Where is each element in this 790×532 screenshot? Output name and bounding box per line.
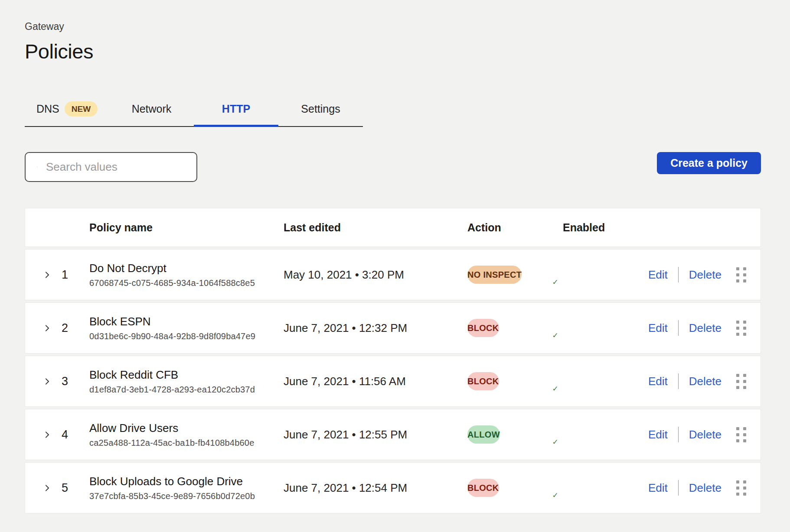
chevron-right-icon [42,377,52,386]
actions-divider [678,373,679,389]
gateway-policies-page: Gateway Policies DNS NEW Network HTTP Se… [0,0,790,513]
breadcrumb: Gateway [25,21,761,32]
drag-handle-icon[interactable] [736,321,746,336]
tab-http[interactable]: HTTP [194,95,278,126]
actions-divider [678,267,679,282]
new-badge: NEW [65,101,98,117]
drag-handle-icon[interactable] [736,427,746,442]
delete-link[interactable]: Delete [689,268,721,282]
row-actions: Edit Delete [648,267,736,282]
tab-http-label: HTTP [222,103,250,115]
table-row: 1 Do Not Decrypt 67068745-c075-4685-934a… [25,249,761,300]
action-cell: BLOCK [467,483,563,493]
page-title: Policies [25,39,761,63]
chevron-right-icon [42,324,52,333]
edit-link[interactable]: Edit [648,481,668,495]
policy-name: Block Reddit CFB [89,368,284,382]
expand-row-button[interactable] [42,430,62,439]
policy-name: Allow Drive Users [89,421,284,435]
delete-link[interactable]: Delete [689,428,721,441]
policy-name-cell: Do Not Decrypt 67068745-c075-4685-934a-1… [89,261,284,288]
policy-tabs: DNS NEW Network HTTP Settings [25,95,363,127]
delete-link[interactable]: Delete [689,481,721,495]
policy-name-cell: Block Reddit CFB d1ef8a7d-3eb1-4728-a293… [89,368,284,395]
row-priority: 3 [62,375,89,388]
row-priority: 4 [62,428,89,441]
edit-link[interactable]: Edit [648,428,668,441]
edit-link[interactable]: Edit [648,375,668,388]
tab-network[interactable]: Network [109,95,194,126]
edit-link[interactable]: Edit [648,268,668,282]
search-input[interactable] [45,160,196,174]
actions-divider [678,320,679,336]
check-icon: ✓ [549,383,561,395]
expand-row-button[interactable] [42,270,62,279]
policy-name-cell: Allow Drive Users ca25a488-112a-45ac-ba1… [89,421,284,448]
action-badge: BLOCK [467,319,499,337]
row-priority: 1 [62,268,89,282]
policy-name: Block Uploads to Google Drive [89,474,284,489]
tab-settings-label: Settings [301,103,340,115]
chevron-right-icon [42,430,52,439]
table-row: 3 Block Reddit CFB d1ef8a7d-3eb1-4728-a2… [25,356,761,407]
action-badge: BLOCK [467,372,499,390]
drag-handle-icon[interactable] [736,480,746,496]
expand-row-button[interactable] [42,324,62,333]
tab-dns-label: DNS [36,103,59,115]
action-cell: BLOCK [467,376,563,386]
table-header-row: Policy name Last edited Action Enabled [25,208,761,247]
action-cell: BLOCK [467,323,563,333]
policy-name: Block ESPN [89,315,284,329]
actions-divider [678,480,679,496]
row-actions: Edit Delete [648,480,736,496]
policy-name-cell: Block Uploads to Google Drive 37e7cbfa-8… [89,474,284,501]
table-row: 4 Allow Drive Users ca25a488-112a-45ac-b… [25,409,761,460]
policy-id: 37e7cbfa-85b3-45ce-9e89-7656b0d72e0b [89,491,284,501]
row-priority: 5 [62,481,89,495]
tab-settings[interactable]: Settings [278,95,363,126]
last-edited: May 10, 2021 • 3:20 PM [284,268,467,282]
check-icon: ✓ [549,276,561,288]
delete-link[interactable]: Delete [689,375,721,388]
row-actions: Edit Delete [648,373,736,389]
column-header-policy-name: Policy name [89,221,284,234]
last-edited: June 7, 2021 • 11:56 AM [284,375,467,388]
delete-link[interactable]: Delete [689,321,721,335]
expand-row-button[interactable] [42,377,62,386]
expand-row-button[interactable] [42,483,62,493]
column-header-action: Action [467,221,563,234]
action-cell: ALLOW [467,430,563,440]
check-icon: ✓ [549,330,561,341]
edit-link[interactable]: Edit [648,321,668,335]
check-icon: ✓ [549,436,561,448]
tab-dns[interactable]: DNS NEW [25,95,109,126]
row-actions: Edit Delete [648,320,736,336]
action-badge: BLOCK [467,479,499,497]
drag-handle-icon[interactable] [736,374,746,389]
create-policy-button[interactable]: Create a policy [657,152,761,174]
actions-divider [678,427,679,442]
policy-name-cell: Block ESPN 0d31be6c-9b90-48a4-92b8-9d8f0… [89,315,284,341]
drag-handle-icon[interactable] [736,267,746,282]
action-cell: NO INSPECT [467,270,563,280]
policy-id: ca25a488-112a-45ac-ba1b-fb4108b4b60e [89,438,284,448]
chevron-right-icon [42,483,52,493]
search-box[interactable] [25,152,197,182]
policy-id: d1ef8a7d-3eb1-4728-a293-ea120c2cb37d [89,385,284,395]
search-icon [37,161,37,173]
policies-table: Policy name Last edited Action Enabled 1… [25,208,761,513]
check-icon: ✓ [549,490,561,501]
row-actions: Edit Delete [648,427,736,442]
table-row: 2 Block ESPN 0d31be6c-9b90-48a4-92b8-9d8… [25,302,761,354]
action-badge: NO INSPECT [467,266,522,284]
toolbar: Create a policy [25,152,761,182]
policy-id: 0d31be6c-9b90-48a4-92b8-9d8f09ba47e9 [89,331,284,341]
chevron-right-icon [42,270,52,279]
last-edited: June 7, 2021 • 12:32 PM [284,321,467,335]
policy-id: 67068745-c075-4685-934a-1064f588c8e5 [89,278,284,288]
action-badge: ALLOW [467,425,500,444]
last-edited: June 7, 2021 • 12:54 PM [284,481,467,495]
row-priority: 2 [62,321,89,335]
policy-name: Do Not Decrypt [89,261,284,276]
column-header-last-edited: Last edited [284,221,467,234]
